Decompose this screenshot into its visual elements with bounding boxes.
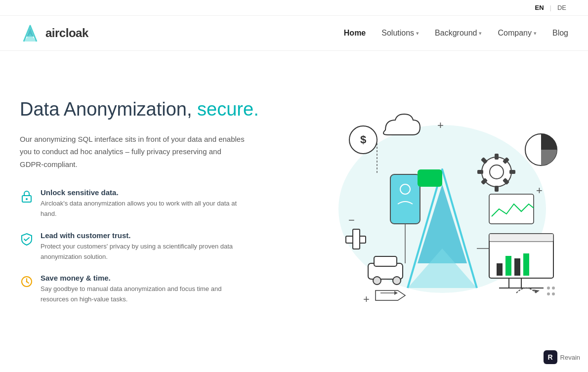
svg-text:+: + — [437, 119, 444, 131]
feature-unlock-content: Unlock sensitive data. Aircloak's data a… — [41, 188, 238, 219]
lock-icon — [20, 189, 34, 203]
svg-rect-21 — [495, 186, 499, 192]
svg-marker-47 — [533, 289, 540, 293]
feature-unlock-title: Unlock sensitive data. — [41, 188, 238, 197]
chevron-background-icon: ▾ — [479, 30, 482, 37]
nav-links: Home Solutions ▾ Background ▾ Company ▾ … — [344, 29, 568, 38]
revain-badge: R Revain — [544, 350, 580, 364]
svg-text:+: + — [363, 293, 370, 305]
svg-text:$: $ — [360, 133, 366, 146]
svg-point-19 — [490, 165, 504, 179]
lang-divider: | — [550, 4, 551, 11]
svg-rect-38 — [489, 194, 534, 224]
feature-unlock-desc: Aircloak's data anonymization allows you… — [41, 199, 238, 219]
revain-label: Revain — [560, 354, 580, 361]
feature-save: Save money & time. Say goodbye to manual… — [20, 274, 277, 305]
svg-rect-14 — [390, 174, 420, 224]
svg-rect-33 — [497, 263, 503, 276]
logo-text-light: air — [45, 26, 59, 40]
svg-point-50 — [547, 292, 550, 295]
svg-point-48 — [547, 287, 550, 289]
svg-point-1 — [26, 198, 28, 200]
svg-rect-16 — [418, 169, 442, 187]
logo-text: aircloak — [45, 26, 88, 40]
logo-icon — [20, 23, 41, 43]
svg-point-51 — [552, 292, 555, 295]
hero-left: Data Anonymization, secure. Our anonymiz… — [20, 98, 277, 305]
svg-text:+: + — [536, 184, 543, 197]
svg-rect-20 — [495, 154, 499, 160]
svg-point-49 — [552, 287, 555, 289]
svg-rect-22 — [477, 170, 483, 174]
svg-rect-23 — [509, 170, 515, 174]
feature-unlock: Unlock sensitive data. Aircloak's data a… — [20, 188, 277, 219]
svg-text:−: − — [348, 214, 355, 226]
features-list: Unlock sensitive data. Aircloak's data a… — [20, 188, 277, 305]
svg-point-43 — [373, 277, 381, 285]
lang-en[interactable]: EN — [533, 3, 546, 12]
svg-rect-29 — [489, 234, 553, 242]
feature-save-content: Save money & time. Say goodbye to manual… — [41, 274, 238, 305]
navbar: aircloak Home Solutions ▾ Background ▾ C… — [0, 16, 588, 51]
nav-home[interactable]: Home — [344, 29, 366, 38]
hero-section: Data Anonymization, secure. Our anonymiz… — [0, 51, 588, 342]
feature-save-desc: Say goodbye to manual data anonymization… — [41, 284, 238, 305]
nav-company[interactable]: Company ▾ — [498, 29, 536, 38]
language-bar: EN | DE — [0, 0, 588, 16]
chevron-solutions-icon: ▾ — [416, 30, 419, 37]
nav-blog[interactable]: Blog — [552, 29, 568, 38]
nav-solutions[interactable]: Solutions ▾ — [381, 29, 419, 38]
svg-point-5 — [26, 281, 28, 283]
hero-subtitle: Our anonymizing SQL interface sits in fr… — [20, 133, 247, 171]
feature-trust-content: Lead with customer trust. Protect your c… — [41, 231, 238, 262]
svg-rect-34 — [505, 256, 511, 276]
chevron-company-icon: ▾ — [534, 30, 537, 37]
svg-rect-42 — [374, 256, 397, 266]
feature-trust: Lead with customer trust. Protect your c… — [20, 231, 277, 262]
logo-text-bold: cloak — [59, 26, 88, 40]
revain-icon: R — [544, 350, 557, 364]
feature-trust-title: Lead with customer trust. — [41, 231, 238, 240]
svg-rect-40 — [353, 229, 360, 249]
hero-title: Data Anonymization, secure. — [20, 98, 277, 121]
feature-trust-desc: Protect your customers' privacy by using… — [41, 242, 238, 262]
nav-background[interactable]: Background ▾ — [435, 29, 482, 38]
svg-rect-36 — [523, 253, 529, 276]
logo[interactable]: aircloak — [20, 23, 88, 43]
lang-de[interactable]: DE — [555, 3, 568, 12]
svg-point-44 — [393, 277, 401, 285]
svg-rect-35 — [514, 258, 520, 276]
clock-icon — [20, 275, 34, 289]
shield-icon — [20, 232, 34, 246]
hero-svg: $ + + + − − — [299, 95, 566, 308]
feature-save-title: Save money & time. — [41, 274, 238, 282]
hero-illustration: $ + + + − − — [296, 95, 568, 308]
